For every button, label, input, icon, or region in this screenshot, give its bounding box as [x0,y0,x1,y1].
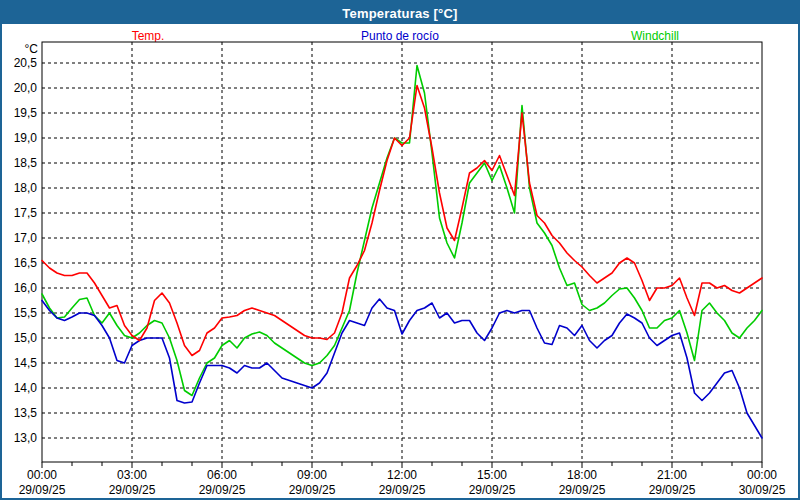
x-tick-time: 09:00 [297,468,327,482]
x-tick-time: 18:00 [567,468,597,482]
y-tick-label: 15,5 [14,306,38,320]
y-tick-label: 20,0 [14,81,38,95]
y-axis-unit: °C [25,42,39,56]
y-tick-label: 14,5 [14,356,38,370]
y-tick-label: 17,5 [14,206,38,220]
y-tick-label: 16,0 [14,281,38,295]
x-tick-time: 06:00 [207,468,237,482]
x-tick-date: 29/09/25 [19,483,66,497]
x-tick-time: 00:00 [27,468,57,482]
y-tick-label: 14,0 [14,381,38,395]
x-tick-time: 00:00 [747,468,777,482]
y-tick-label: 15,0 [14,331,38,345]
x-tick-date: 29/09/25 [379,483,426,497]
x-tick-date: 29/09/25 [199,483,246,497]
x-tick-time: 15:00 [477,468,507,482]
x-tick-time: 03:00 [117,468,147,482]
x-tick-date: 29/09/25 [649,483,696,497]
y-tick-label: 16,5 [14,256,38,270]
y-tick-label: 17,0 [14,231,38,245]
x-tick-date: 29/09/25 [559,483,606,497]
y-tick-label: 18,0 [14,181,38,195]
x-tick-time: 12:00 [387,468,417,482]
y-tick-label: 19,5 [14,106,38,120]
y-tick-label: 13,5 [14,406,38,420]
x-tick-date: 29/09/25 [109,483,156,497]
temperature-chart: 20,520,019,519,018,518,017,517,016,516,0… [2,2,800,500]
x-tick-time: 21:00 [657,468,687,482]
x-tick-date: 29/09/25 [289,483,336,497]
y-tick-label: 20,5 [14,56,38,70]
y-tick-label: 18,5 [14,156,38,170]
y-tick-label: 19,0 [14,131,38,145]
x-tick-date: 29/09/25 [469,483,516,497]
y-tick-label: 13,0 [14,431,38,445]
weather-chart-window: Temperaturas [°C] Temp. Punto de rocío W… [0,0,800,500]
x-tick-date: 30/09/25 [739,483,786,497]
